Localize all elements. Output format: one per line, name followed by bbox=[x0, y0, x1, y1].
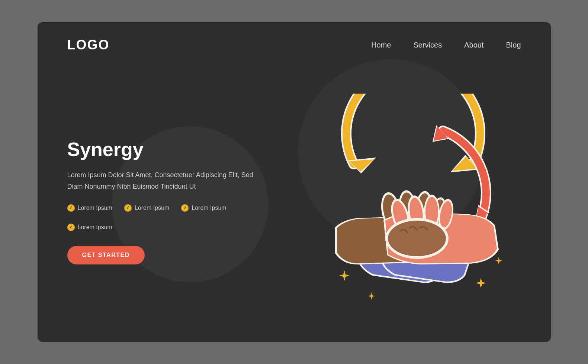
logo: LOGO bbox=[67, 37, 110, 53]
check-icon-1 bbox=[67, 204, 75, 212]
feature-label-1: Lorem Ipsum bbox=[78, 205, 112, 211]
feature-label-4: Lorem Ipsum bbox=[78, 224, 112, 231]
cta-button[interactable]: GET STARTED bbox=[67, 246, 145, 264]
hero-left: Synergy Lorem Ipsum Dolor Sit Amet, Cons… bbox=[67, 138, 268, 264]
check-icon-2 bbox=[124, 204, 132, 212]
feature-item-3: Lorem Ipsum bbox=[181, 204, 226, 212]
nav-services[interactable]: Services bbox=[414, 41, 442, 49]
feature-item-1: Lorem Ipsum bbox=[67, 204, 112, 212]
hero-description: Lorem Ipsum Dolor Sit Amet, Consectetuer… bbox=[67, 169, 268, 192]
hero-section: Synergy Lorem Ipsum Dolor Sit Amet, Cons… bbox=[38, 60, 551, 335]
nav-home[interactable]: Home bbox=[371, 41, 391, 49]
page-container: LOGO Home Services About Blog Synergy Lo… bbox=[38, 22, 551, 342]
check-icon-3 bbox=[181, 204, 189, 212]
nav-about[interactable]: About bbox=[464, 41, 483, 49]
svg-point-25 bbox=[388, 221, 446, 256]
feature-item-2: Lorem Ipsum bbox=[124, 204, 169, 212]
navbar: LOGO Home Services About Blog bbox=[38, 22, 551, 60]
check-icon-4 bbox=[67, 224, 75, 231]
hero-features: Lorem Ipsum Lorem Ipsum Lorem Ipsum Lore… bbox=[67, 204, 268, 231]
hero-illustration bbox=[305, 94, 521, 309]
synergy-illustration bbox=[305, 94, 521, 309]
feature-label-3: Lorem Ipsum bbox=[192, 205, 226, 211]
nav-links: Home Services About Blog bbox=[371, 41, 521, 49]
feature-label-2: Lorem Ipsum bbox=[135, 205, 169, 211]
hero-title: Synergy bbox=[67, 138, 268, 160]
nav-blog[interactable]: Blog bbox=[506, 41, 521, 49]
feature-item-4: Lorem Ipsum bbox=[67, 224, 112, 231]
